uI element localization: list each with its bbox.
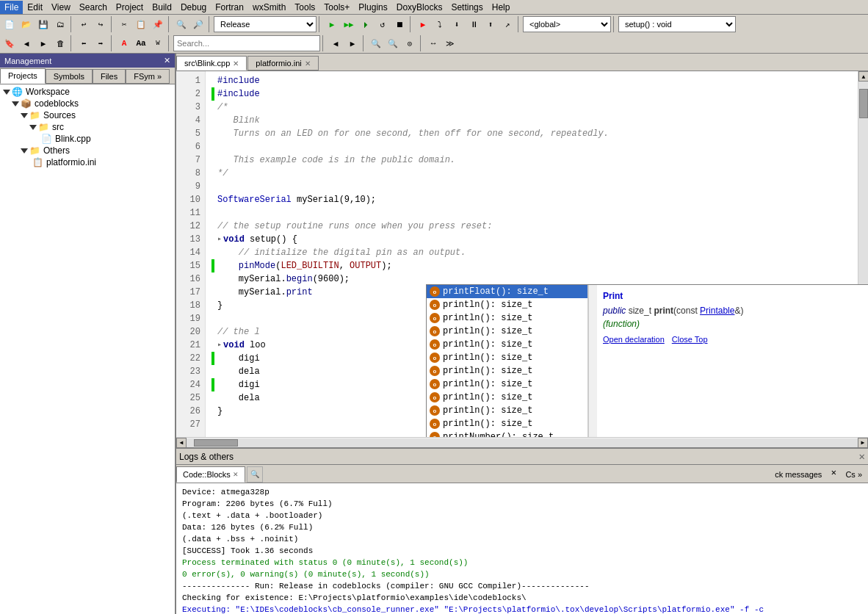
debug-next-button[interactable]: ⤵: [432, 16, 448, 32]
logs-ck-messages-tab[interactable]: ck messages: [769, 466, 828, 483]
debug-run-button[interactable]: ▶: [415, 16, 431, 32]
management-close-icon[interactable]: ✕: [164, 56, 170, 65]
menu-help[interactable]: Help: [488, 1, 515, 14]
debug-step-button[interactable]: ⬇: [449, 16, 465, 32]
tab-files[interactable]: Files: [93, 69, 126, 84]
menu-search[interactable]: Search: [75, 1, 112, 14]
tab-projects[interactable]: Projects: [0, 68, 46, 84]
global-scope-dropdown[interactable]: <global>: [523, 16, 611, 32]
tree-src-folder[interactable]: 📁 src: [1, 121, 173, 133]
menu-settings[interactable]: Settings: [446, 1, 487, 14]
more-button[interactable]: ≫: [442, 35, 458, 51]
h-scroll-left[interactable]: ◀: [176, 438, 187, 448]
tree-sources-folder[interactable]: 📁 Sources: [1, 109, 173, 121]
h-scroll-track[interactable]: [187, 438, 858, 447]
next-jump-button[interactable]: ➡: [93, 35, 109, 51]
zoom-out-button[interactable]: 🔍: [385, 35, 401, 51]
ck-messages-close-icon[interactable]: ✕: [828, 466, 839, 478]
editor-tab-platformio[interactable]: platformio.ini ✕: [247, 56, 318, 71]
tree-others-folder[interactable]: 📁 Others: [1, 145, 173, 156]
autocomplete-list[interactable]: oprintFloat(): size_toprintln(): size_to…: [427, 285, 588, 437]
stop-build-button[interactable]: ⏹: [391, 16, 408, 32]
scrollbar-up-button[interactable]: ▲: [858, 71, 868, 82]
menu-tools[interactable]: Tools: [290, 1, 319, 14]
menu-build[interactable]: Build: [148, 1, 176, 14]
logs-tab-close-icon[interactable]: ✕: [233, 471, 239, 478]
ac-item-2[interactable]: oprintln(): size_t: [427, 311, 587, 325]
build-config-dropdown[interactable]: Release: [214, 16, 317, 32]
tree-platformio-ini[interactable]: 📋 platformio.ini: [1, 156, 173, 168]
menu-debug[interactable]: Debug: [176, 1, 211, 14]
logs-tab-codeblocks[interactable]: Code::Blocks ✕: [176, 466, 245, 483]
editor-horizontal-scrollbar[interactable]: ◀ ▶: [176, 437, 868, 447]
ac-item-8[interactable]: oprintln(): size_t: [427, 391, 587, 404]
menu-file[interactable]: File: [0, 1, 23, 14]
save-all-button[interactable]: 🗂: [52, 16, 68, 32]
toggle-bookmark-button[interactable]: 🔖: [1, 35, 18, 51]
run-button[interactable]: ▶▶: [341, 16, 357, 32]
ac-item-7[interactable]: oprintln(): size_t: [427, 378, 587, 391]
tree-workspace[interactable]: 🌐 Workspace: [1, 86, 173, 98]
ac-item-0[interactable]: oprintFloat(): size_t: [427, 285, 587, 298]
tree-project-codeblocks[interactable]: 📦 codeblocks: [1, 98, 173, 109]
scrollbar-thumb[interactable]: [859, 89, 868, 118]
ac-item-1[interactable]: oprintln(): size_t: [427, 298, 587, 311]
clear-bookmarks-button[interactable]: 🗑: [52, 35, 68, 51]
find-button[interactable]: 🔍: [173, 16, 189, 32]
new-button[interactable]: 📄: [1, 16, 18, 32]
match-case-button[interactable]: Aa: [133, 35, 149, 51]
autocomplete-scrollbar[interactable]: [588, 285, 597, 437]
prev-jump-button[interactable]: ⬅: [76, 35, 92, 51]
paste-button[interactable]: 📌: [150, 16, 166, 32]
menu-wxsmith[interactable]: wxSmith: [248, 1, 290, 14]
fold-icon-13[interactable]: ▸: [217, 233, 222, 246]
ac-open-decl-link[interactable]: Open declaration: [603, 335, 665, 344]
build-button[interactable]: ▶: [324, 16, 340, 32]
rebuild-button[interactable]: ↺: [375, 16, 391, 32]
undo-button[interactable]: ↩: [76, 16, 92, 32]
logs-close-icon[interactable]: ✕: [859, 450, 865, 463]
tab-fsym[interactable]: FSym »: [126, 69, 170, 84]
ac-item-9[interactable]: oprintln(): size_t: [427, 404, 587, 417]
ac-item-4[interactable]: oprintln(): size_t: [427, 338, 587, 351]
zoom-reset-button[interactable]: ⊙: [402, 35, 418, 51]
h-scroll-thumb[interactable]: [194, 439, 238, 447]
whole-word-button[interactable]: W: [150, 35, 166, 51]
search-input[interactable]: [173, 35, 320, 51]
ac-item-6[interactable]: oprintln(): size_t: [427, 364, 587, 378]
editor-tab-blink-close[interactable]: ✕: [233, 59, 239, 68]
menu-project[interactable]: Project: [112, 1, 148, 14]
menu-doxyblocks[interactable]: DoxyBlocks: [392, 1, 447, 14]
tab-symbols[interactable]: Symbols: [46, 69, 93, 84]
menu-view[interactable]: View: [47, 1, 75, 14]
build-run-button[interactable]: ⏵: [358, 16, 374, 32]
copy-button[interactable]: 📋: [133, 16, 149, 32]
h-scroll-right[interactable]: ▶: [858, 438, 868, 448]
logs-cs-tab[interactable]: Cs »: [839, 466, 868, 483]
sync-button[interactable]: ↔: [425, 35, 441, 51]
highlight-button[interactable]: A: [116, 35, 132, 51]
ac-item-11[interactable]: oprintNumber(): size_t: [427, 430, 587, 437]
menu-tools-plus[interactable]: Tools+: [319, 1, 354, 14]
redo-button[interactable]: ↪: [93, 16, 109, 32]
debug-stop-button[interactable]: ⏸: [466, 16, 482, 32]
debug-out-button[interactable]: ⬆: [482, 16, 499, 32]
prev-bookmark-button[interactable]: ◀: [18, 35, 35, 51]
next-bookmark-button[interactable]: ▶: [35, 35, 51, 51]
menu-edit[interactable]: Edit: [23, 1, 47, 14]
editor-tab-blink[interactable]: src\Blink.cpp ✕: [176, 56, 247, 71]
menu-fortran[interactable]: Fortran: [211, 1, 248, 14]
menu-plugins[interactable]: Plugins: [354, 1, 391, 14]
zoom-in-button[interactable]: 🔍: [368, 35, 384, 51]
debug-run-to-button[interactable]: ↗: [499, 16, 516, 32]
find-next-button[interactable]: 🔎: [190, 16, 206, 32]
ac-item-5[interactable]: oprintln(): size_t: [427, 351, 587, 364]
function-scope-dropdown[interactable]: setup() : void: [618, 16, 736, 32]
search-fwd-button[interactable]: ▶: [344, 35, 361, 51]
search-back-button[interactable]: ◀: [328, 35, 344, 51]
editor-tab-platformio-close[interactable]: ✕: [305, 59, 311, 68]
fold-icon-21[interactable]: ▸: [217, 339, 222, 352]
ac-item-10[interactable]: oprintln(): size_t: [427, 417, 587, 430]
ac-close-top-link[interactable]: Close Top: [672, 335, 708, 344]
ac-item-3[interactable]: oprintln(): size_t: [427, 325, 587, 338]
